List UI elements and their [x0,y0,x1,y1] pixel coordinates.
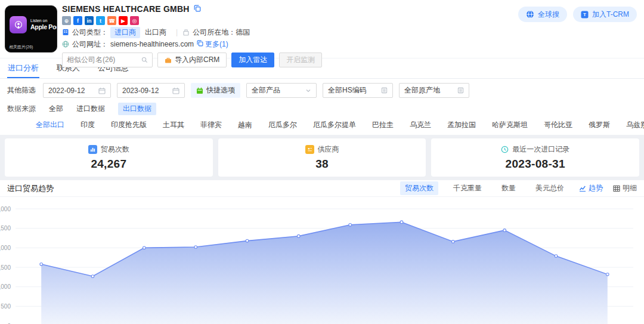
data-point[interactable] [298,234,301,237]
y-axis-tick-label: 500 [1,303,11,310]
y-axis-tick-label: 1,500 [0,264,11,271]
country-filter[interactable]: 哥伦比亚 [544,120,572,130]
trend-title: 进口贸易趋势 [7,183,54,194]
y-axis-tick-label: 2,500 [0,225,11,232]
copy-icon[interactable] [197,40,203,48]
stat-label: 供应商 [318,144,339,155]
y-axis-tick-label: 1,000 [0,283,11,290]
website-icon[interactable]: ⊕ [62,16,71,25]
data-point[interactable] [555,255,558,258]
website-label: 公司网址： [72,39,108,50]
more-link[interactable]: 更多(1) [205,39,228,50]
linkedin-icon[interactable]: in [85,16,94,25]
country-filter[interactable]: 印度 [80,120,95,130]
data-point[interactable] [606,273,609,276]
start-date-input[interactable]: 2022-09-12 [43,83,111,98]
exporter-option[interactable]: 出口商 [145,27,166,38]
facebook-icon[interactable]: f [73,16,82,25]
y-axis-tick-label: 3,000 [0,206,11,212]
country-filter[interactable]: 厄瓜多尔提单 [313,120,356,130]
global-search-button[interactable]: 全球搜 [518,7,567,22]
stat-card-last-import: 最近一次进口记录 2023-08-31 [431,138,639,177]
view-detail-button[interactable]: 明细 [613,183,637,193]
trend-chart-svg: 05001,0001,5002,0002,5003,0002022-092022… [0,197,644,324]
youtube-icon[interactable]: ▶ [119,16,128,25]
country-filter[interactable]: 土耳其 [163,120,184,130]
similar-company-input-value: 相似公司名(26) [67,55,115,65]
metric-trade-count[interactable]: 贸易次数 [400,181,438,195]
stat-value: 24,267 [91,158,126,171]
country-filter[interactable]: 印度抢先版 [111,120,147,130]
globe-icon [62,41,69,48]
table-icon [613,185,620,192]
country-filter[interactable]: 全部出口 [36,120,64,130]
metric-kg-weight[interactable]: 千克重量 [448,181,487,195]
data-point[interactable] [143,246,146,249]
country-filter[interactable]: 越南 [238,120,252,130]
country-filter[interactable]: 哈萨克斯坦 [492,120,528,130]
end-date-input[interactable]: 2023-09-12 [117,83,185,98]
y-axis-tick-label: 2,000 [0,245,11,251]
data-point[interactable] [400,221,403,224]
other-filter-label: 其他筛选 [7,85,36,95]
country-filter[interactable]: 乌克兰 [410,120,431,130]
supplier-card-icon [305,145,314,154]
quick-options-button[interactable]: 快捷选项 [191,83,240,98]
copy-icon[interactable] [194,5,201,14]
join-tcrm-button[interactable]: T 加入T-CRM [573,7,637,22]
filter-bar: 其他筛选 2022-09-12 2023-09-12 快捷选项 全部产品 [0,79,644,101]
source-all[interactable]: 全部 [49,104,63,114]
data-source-label: 数据来源 [7,104,36,114]
hs-code-select[interactable]: 全部HS编码 [323,83,393,98]
import-crm-button[interactable]: 导入内部CRM [157,53,227,67]
trend-chart[interactable]: 05001,0001,5002,0002,5003,0002022-092022… [0,197,644,324]
stat-value: 2023-08-31 [506,158,565,171]
location-label: 公司所在地： [193,27,236,38]
all-products-select[interactable]: 全部产品 [246,83,317,98]
importer-chip[interactable]: 进口商 [110,27,140,38]
data-point[interactable] [91,275,94,278]
source-import-data[interactable]: 进口数据 [76,104,105,114]
similar-company-input[interactable]: 相似公司名(26) [62,53,153,67]
data-point[interactable] [349,224,352,227]
data-point[interactable] [452,240,455,243]
list-icon [457,87,464,94]
metric-quantity[interactable]: 数量 [497,181,521,195]
instagram-icon[interactable]: ◎ [130,16,139,25]
start-monitor-button[interactable]: 开启监测 [279,53,322,67]
view-detail-label: 明细 [623,183,637,193]
end-date-value: 2023-09-12 [122,87,159,95]
company-type-icon [62,29,69,36]
search-icon [141,57,148,63]
company-logo[interactable]: Listen on Apple Podcasts 相关图片(26) [5,5,57,53]
area-fill [41,222,608,324]
data-point[interactable] [194,246,197,249]
data-point[interactable] [246,239,249,242]
country-filter[interactable]: 俄罗斯 [589,120,610,130]
country-filter[interactable]: 菲律宾 [200,120,222,130]
source-export-data[interactable]: 出口数据 [118,103,156,115]
country-filter[interactable]: 乌兹别克斯坦 [626,120,644,130]
metric-usd-total[interactable]: 美元总价 [531,181,569,195]
country-filter[interactable]: 孟加拉国 [447,120,476,130]
hs-code-value: 全部HS编码 [328,85,367,95]
data-point[interactable] [40,263,43,266]
svg-text:T: T [583,12,586,17]
phone-icon[interactable]: ☎ [107,16,116,25]
list-icon [381,87,388,94]
country-filter[interactable]: 巴拉圭 [372,120,394,130]
apple-podcasts-icon [10,16,27,33]
quick-options-label: 快捷选项 [206,85,235,95]
origin-select[interactable]: 全部原产地 [399,83,469,98]
globe-icon [526,10,534,18]
logo-brand-text: Apple Podcasts [30,23,57,30]
location-icon [182,29,190,36]
tab-import-analysis[interactable]: 进口分析 [7,58,39,78]
company-website-link[interactable]: siemens-healthineers.com [110,40,194,48]
start-date-value: 2022-09-12 [48,87,85,95]
view-trend-button[interactable]: 趋势 [579,183,603,193]
twitter-icon[interactable]: t [96,16,105,25]
data-point[interactable] [503,229,506,232]
join-radar-button[interactable]: 加入雷达 [231,53,274,67]
country-filter[interactable]: 厄瓜多尔 [268,120,297,130]
